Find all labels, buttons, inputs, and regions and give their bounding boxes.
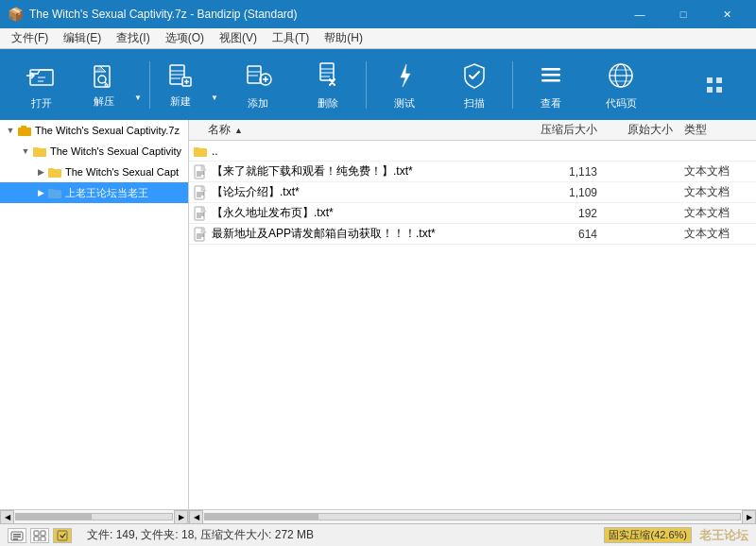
svg-rect-33 [13,536,21,537]
menu-edit[interactable]: 编辑(E) [56,28,109,48]
file-panel: 名称 ▲ 压缩后大小 原始大小 类型 .. [189,120,756,523]
file-type-2: 文本文档 [680,184,756,200]
new-button[interactable]: 新建 [154,54,207,115]
col-compressed-header[interactable]: 压缩后大小 [510,122,605,138]
file-compressed-1: 1,113 [510,165,605,179]
maximize-button[interactable]: □ [662,0,705,28]
table-row[interactable]: 【来了就能下载和观看！纯免费！】.txt* 1,113 文本文档 [189,162,756,182]
svg-rect-22 [48,168,54,171]
codepage-button[interactable]: 代码页 [587,54,655,115]
txt-icon-2 [193,185,208,200]
close-button[interactable]: ✕ [705,0,748,28]
menu-help[interactable]: 帮助(H) [317,28,370,48]
folder-icon-1 [32,145,47,158]
folder-icon-2 [47,165,62,179]
tree-hscroll[interactable]: ◀ ▶ [0,509,188,523]
col-original-header[interactable]: 原始大小 [605,122,680,138]
file-hscroll-thumb [205,514,318,520]
svg-rect-9 [541,74,560,77]
table-row[interactable]: 【永久地址发布页】.txt* 192 文本文档 [189,203,756,224]
txt-icon-3 [193,206,208,221]
view-button[interactable]: 查看 [517,54,585,115]
delete-button[interactable]: 删除 [294,54,362,115]
table-row[interactable]: .. [189,141,756,162]
add-button[interactable]: 添加 [224,54,292,115]
status-icon-2[interactable] [30,528,49,543]
table-row[interactable]: 最新地址及APP请发邮箱自动获取！！！.txt* 614 文本文档 [189,224,756,245]
scan-label: 扫描 [464,96,485,111]
toolbar-sep-1 [149,61,150,109]
watermark-text: 老王论坛 [699,527,748,544]
col-name-label: 名称 [208,122,231,138]
svg-rect-13 [707,77,713,83]
tree-label-folder3: 上老王论坛当老王 [65,186,148,200]
new-icon [163,60,198,94]
file-name-parent: .. [212,145,510,158]
codepage-icon [604,59,638,93]
status-compress-ratio: 固实压缩(42.6%) [604,527,692,543]
new-arrow[interactable]: ▼ [207,54,222,115]
svg-rect-32 [13,534,21,536]
extract-arrow[interactable]: ▼ [130,54,146,115]
grid-icon [697,68,731,102]
test-button[interactable]: 测试 [370,54,438,115]
file-hscroll-left[interactable]: ◀ [189,510,203,524]
extract-button[interactable]: 解压 [77,54,130,115]
window-title: The Witch's Sexual Captivity.7z - Bandiz… [29,8,618,21]
open-icon [25,59,59,93]
file-hscroll-right[interactable]: ▶ [742,510,756,524]
menu-tools[interactable]: 工具(T) [265,28,317,48]
svg-rect-5 [248,66,261,83]
tree-expand-folder2[interactable]: ▶ [34,165,47,179]
new-button-group[interactable]: 新建 ▼ [154,54,222,115]
hscroll-right[interactable]: ▶ [174,510,188,524]
menu-file[interactable]: 文件(F) [4,28,56,48]
tree-item-root[interactable]: ▼ The Witch's Sexual Captivity.7z [0,120,188,141]
toolbar-sep-3 [512,61,513,109]
main-area: ▼ The Witch's Sexual Captivity.7z ▼ The … [0,120,756,523]
svg-rect-39 [58,531,67,540]
codepage-label: 代码页 [606,96,637,111]
tree-expand-folder3[interactable]: ▶ [34,186,47,199]
tree-item-folder1[interactable]: ▼ The Witch's Sexual Captivity [0,141,188,162]
menu-find[interactable]: 查找(I) [109,28,157,48]
tree-item-folder2[interactable]: ▶ The Witch's Sexual Capt [0,162,188,182]
file-type-3: 文本文档 [680,205,756,221]
table-row[interactable]: 【论坛介绍】.txt* 1,109 文本文档 [189,182,756,203]
file-hscroll[interactable]: ◀ ▶ [189,509,756,523]
svg-rect-37 [34,537,39,541]
menu-options[interactable]: 选项(O) [158,28,212,48]
file-name-4: 最新地址及APP请发邮箱自动获取！！！.txt* [212,226,510,242]
txt-icon-1 [193,164,208,179]
col-type-header[interactable]: 类型 [680,122,756,138]
file-type-4: 文本文档 [680,226,756,242]
status-icon-1[interactable] [8,528,26,543]
titlebar: 📦 The Witch's Sexual Captivity.7z - Band… [0,0,756,28]
sort-arrow: ▲ [234,126,243,135]
menubar: 文件(F) 编辑(E) 查找(I) 选项(O) 视图(V) 工具(T) 帮助(H… [0,28,756,49]
tree-expand-root[interactable]: ▼ [4,124,17,137]
status-icon-group [8,528,72,543]
svg-rect-10 [541,79,560,82]
hscroll-track[interactable] [15,513,173,520]
file-compressed-2: 1,109 [510,186,605,199]
grid-view-button[interactable] [680,54,748,115]
open-button[interactable]: 打开 [8,54,76,115]
file-hscroll-track[interactable] [204,513,741,520]
svg-rect-24 [48,189,54,192]
scan-button[interactable]: 扫描 [440,54,508,115]
new-label: 新建 [170,94,191,109]
tree-expand-folder1[interactable]: ▼ [19,145,32,158]
status-icon-3[interactable] [53,528,72,543]
minimize-button[interactable]: — [618,0,662,28]
file-name-2: 【论坛介绍】.txt* [212,184,510,200]
tree-item-folder3[interactable]: ▶ 上老王论坛当老王 [0,182,188,203]
col-name-header[interactable]: 名称 ▲ [204,122,510,138]
scan-icon [457,59,491,93]
menu-view[interactable]: 视图(V) [212,28,265,48]
file-list: .. 【来了就能下载和观看！纯免费！】.txt* 1,113 文本文档 [189,141,756,509]
extract-label: 解压 [94,94,114,109]
hscroll-left[interactable]: ◀ [0,510,14,524]
svg-rect-16 [716,87,722,93]
extract-button-group[interactable]: 解压 ▼ [77,54,146,115]
